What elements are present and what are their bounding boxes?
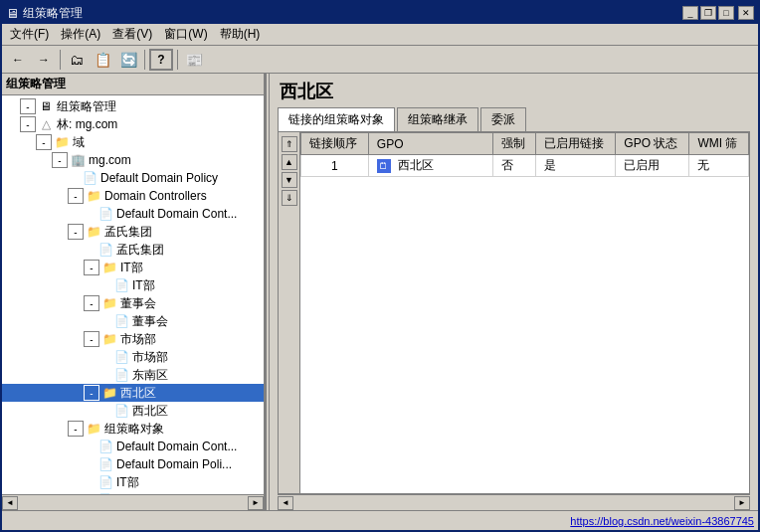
expand-icon-board[interactable]: - (84, 295, 99, 311)
title-bar-controls: _ ❐ □ ✕ (682, 6, 754, 20)
expand-icon-market[interactable]: - (84, 331, 99, 347)
label-it-dept: IT部 (120, 260, 143, 276)
tree-item-forest[interactable]: - △ 林: mg.com (2, 115, 264, 133)
icon-it-policy: 📄 (113, 277, 129, 293)
scroll-right-btn[interactable]: ► (248, 496, 264, 510)
tab-content-inner: ⇑ ▲ ▼ ⇓ 链接顺序 GPO 强制 (279, 132, 749, 493)
tree-item-gpo3[interactable]: 📄 IT部 (2, 473, 264, 491)
label-default-policy: Default Domain Policy (100, 171, 218, 185)
maximize-button[interactable]: □ (718, 6, 734, 20)
tree-item-board-policy[interactable]: 📄 董事会 (2, 312, 264, 330)
tab-inheritance[interactable]: 组策略继承 (397, 107, 478, 131)
icon-gpo3: 📄 (97, 474, 113, 490)
toolbar-btn-3[interactable]: 🗂 (65, 49, 89, 71)
expand-icon-domain-root[interactable]: - (36, 134, 52, 150)
tree-item-northwest-policy[interactable]: 📄 西北区 (2, 402, 264, 420)
tree-item-root[interactable]: - 🖥 组策略管理 (2, 97, 264, 115)
tree-item-gpo1[interactable]: 📄 Default Domain Cont... (2, 438, 264, 455)
expand-icon-forest[interactable]: - (20, 116, 36, 132)
label-dc-policy: Default Domain Cont... (116, 207, 237, 221)
restore-button[interactable]: ❐ (700, 6, 716, 20)
scroll-left-btn[interactable]: ◄ (2, 496, 18, 510)
tree-item-domain-root[interactable]: - 📁 域 (2, 133, 264, 151)
tree-item-gpo-objects[interactable]: - 📁 组策略对象 (2, 420, 264, 438)
left-panel: 组策略管理 - 🖥 组策略管理 - △ 林: mg.com (2, 74, 266, 510)
menu-action[interactable]: 操作(A) (55, 24, 106, 45)
forward-button[interactable]: → (32, 49, 56, 71)
move-down-bottom-btn[interactable]: ⇓ (282, 190, 297, 206)
tab-content-area: ⇑ ▲ ▼ ⇓ 链接顺序 GPO 强制 (278, 131, 750, 494)
table-row[interactable]: 1 🗒 西北区 否 是 已启用 无 (301, 155, 749, 177)
tree-item-gpo2[interactable]: 📄 Default Domain Poli... (2, 455, 264, 473)
label-gpo-objects: 组策略对象 (104, 421, 164, 438)
icon-mg-com: 🏢 (70, 152, 86, 168)
label-board: 董事会 (120, 295, 156, 312)
expand-icon-gpo[interactable]: - (68, 421, 84, 437)
menu-file[interactable]: 文件(F) (4, 24, 55, 45)
icon-domain-root: 📁 (54, 134, 70, 150)
menu-view[interactable]: 查看(V) (106, 24, 158, 45)
tab-delegation[interactable]: 委派 (480, 107, 526, 131)
label-gpo3: IT部 (116, 474, 139, 491)
right-panel-hscrollbar[interactable]: ◄ ► (278, 494, 750, 510)
tree-item-southeast[interactable]: 📄 东南区 (2, 366, 264, 384)
expand-icon-northwest[interactable]: - (84, 385, 99, 401)
toolbar: ← → 🗂 📋 🔄 ? 📰 (2, 46, 758, 74)
cell-enabled: 是 (535, 155, 615, 177)
expand-icon-mg-com[interactable]: - (52, 152, 68, 168)
right-scroll-right-btn[interactable]: ► (734, 496, 750, 510)
tree-header-label: 组策略管理 (6, 77, 66, 90)
main-layout: 组策略管理 - 🖥 组策略管理 - △ 林: mg.com (2, 74, 758, 510)
title-bar-left: 🖥 组策略管理 (6, 5, 83, 22)
left-panel-hscrollbar[interactable]: ◄ ► (2, 494, 264, 510)
menu-window[interactable]: 窗口(W) (158, 24, 213, 45)
toolbar-btn-7[interactable]: 📰 (182, 49, 206, 71)
icon-gpo-objects: 📁 (86, 421, 101, 437)
tree-item-mg-com[interactable]: - 🏢 mg.com (2, 151, 264, 169)
tree-item-dc-policy[interactable]: 📄 Default Domain Cont... (2, 205, 264, 223)
menu-help[interactable]: 帮助(H) (214, 24, 267, 45)
label-southeast: 东南区 (132, 367, 168, 384)
move-down-btn[interactable]: ▼ (282, 172, 297, 188)
tree-item-market[interactable]: - 📁 市场部 (2, 330, 264, 348)
icon-northwest: 📁 (101, 385, 117, 401)
icon-southeast: 📄 (113, 367, 129, 383)
expand-icon-meng[interactable]: - (68, 224, 84, 240)
table-area: 链接顺序 GPO 强制 已启用链接 GPO 状态 WMI 筛 (300, 132, 749, 493)
label-forest: 林: mg.com (57, 116, 117, 133)
tree-item-it-dept[interactable]: - 📁 IT部 (2, 259, 264, 276)
right-panel-title: 西北区 (270, 74, 758, 107)
label-root: 组策略管理 (57, 98, 116, 115)
back-button[interactable]: ← (6, 49, 30, 71)
icon-meng-group: 📁 (86, 224, 101, 240)
tree-item-domain-controllers[interactable]: - 📁 Domain Controllers (2, 187, 264, 205)
tree-item-northwest[interactable]: - 📁 西北区 (2, 384, 264, 402)
expand-icon-it[interactable]: - (84, 260, 99, 275)
col-header-gpo: GPO (368, 133, 492, 155)
help-button[interactable]: ? (149, 49, 173, 71)
tree-item-market-policy[interactable]: 📄 市场部 (2, 348, 264, 366)
tree-item-meng-policy[interactable]: 📄 孟氏集团 (2, 241, 264, 259)
cell-wmi: 无 (689, 155, 749, 177)
gpo-table: 链接顺序 GPO 强制 已启用链接 GPO 状态 WMI 筛 (300, 132, 749, 177)
move-up-btn[interactable]: ▲ (282, 154, 297, 170)
tree-item-meng-group[interactable]: - 📁 孟氏集团 (2, 223, 264, 241)
tree-item-board[interactable]: - 📁 董事会 (2, 294, 264, 312)
toolbar-btn-5[interactable]: 🔄 (116, 49, 140, 71)
link-order-arrows: ⇑ ▲ ▼ ⇓ (279, 132, 300, 493)
icon-default-policy: 📄 (82, 170, 97, 186)
status-url: https://blog.csdn.net/weixin-43867745 (570, 515, 754, 527)
toolbar-btn-4[interactable]: 📋 (91, 49, 114, 71)
minimize-button[interactable]: _ (682, 6, 698, 20)
expand-icon-dc[interactable]: - (68, 188, 84, 204)
right-scroll-left-btn[interactable]: ◄ (278, 496, 293, 510)
close-button[interactable]: ✕ (738, 6, 754, 20)
expand-icon-root[interactable]: - (20, 98, 36, 114)
tab-linked-gpo[interactable]: 链接的组策略对象 (278, 107, 395, 131)
tree-item-it-policy[interactable]: 📄 IT部 (2, 276, 264, 294)
cell-forced: 否 (493, 155, 536, 177)
title-icon: 🖥 (6, 6, 19, 21)
tree-scroll-area[interactable]: - 🖥 组策略管理 - △ 林: mg.com - 📁 域 (2, 95, 264, 494)
move-up-top-btn[interactable]: ⇑ (282, 136, 297, 152)
tree-item-default-policy[interactable]: 📄 Default Domain Policy (2, 169, 264, 187)
